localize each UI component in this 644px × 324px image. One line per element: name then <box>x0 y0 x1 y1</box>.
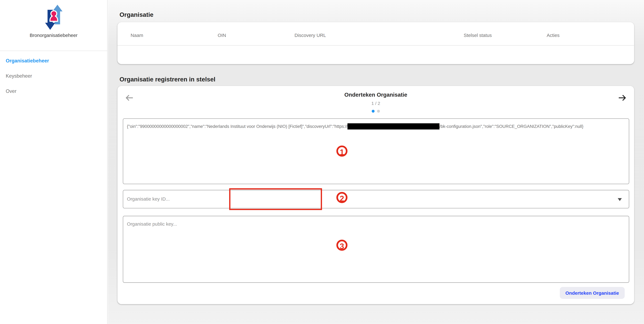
organisatie-table-card: Naam OIN Discovery URL Stelsel status Ac… <box>118 22 634 64</box>
json-text-after-redaction: /bk-configuration.json","role":"SOURCE_O… <box>440 124 583 129</box>
wizard-step-indicator: 1 / 2 <box>118 101 634 106</box>
json-text-before-redaction: {"oin":"99000000000000000002","name":"Ne… <box>127 124 348 129</box>
bronorganisatiebeheer-logo-icon <box>44 4 64 31</box>
app-window: Bronorganisatiebeheer Organisatiebeheer … <box>0 0 644 324</box>
onderteken-wizard-card: Onderteken Organisatie 1 / 2 {"oin":"990… <box>118 86 634 304</box>
column-header-acties: Acties <box>547 33 560 38</box>
wizard-pagination-dots <box>118 110 634 113</box>
onderteken-organisatie-button[interactable]: Onderteken Organisatie <box>560 287 625 299</box>
page-dot-inactive[interactable] <box>377 110 380 113</box>
sidebar-item-keysbeheer[interactable]: Keysbeheer <box>6 73 32 79</box>
sidebar-item-over[interactable]: Over <box>6 88 16 94</box>
column-header-stelsel-status: Stelsel status <box>464 33 492 38</box>
key-id-placeholder: Organisatie key ID... <box>127 190 170 208</box>
column-header-naam: Naam <box>130 33 143 38</box>
redaction-box <box>348 123 440 129</box>
public-key-textarea[interactable] <box>123 216 629 283</box>
organisation-json-textarea[interactable]: {"oin":"99000000000000000002","name":"Ne… <box>123 118 629 184</box>
page-dot-active[interactable] <box>372 110 374 113</box>
app-title: Bronorganisatiebeheer <box>0 33 107 38</box>
section-title-registreren: Organisatie registreren in stelsel <box>120 76 216 83</box>
sidebar-item-organisatiebeheer[interactable]: Organisatiebeheer <box>6 58 49 64</box>
main-content: Organisatie Naam OIN Discovery URL Stels… <box>108 0 644 324</box>
table-header-divider <box>118 45 634 46</box>
wizard-title: Onderteken Organisatie <box>118 92 634 98</box>
chevron-down-icon <box>618 198 622 201</box>
key-id-select[interactable]: Organisatie key ID... <box>123 190 629 208</box>
sidebar: Bronorganisatiebeheer Organisatiebeheer … <box>0 0 108 324</box>
sidebar-divider <box>0 51 107 51</box>
column-header-discovery-url: Discovery URL <box>294 33 326 38</box>
section-title-organisatie: Organisatie <box>120 11 154 18</box>
column-header-oin: OIN <box>218 33 226 38</box>
